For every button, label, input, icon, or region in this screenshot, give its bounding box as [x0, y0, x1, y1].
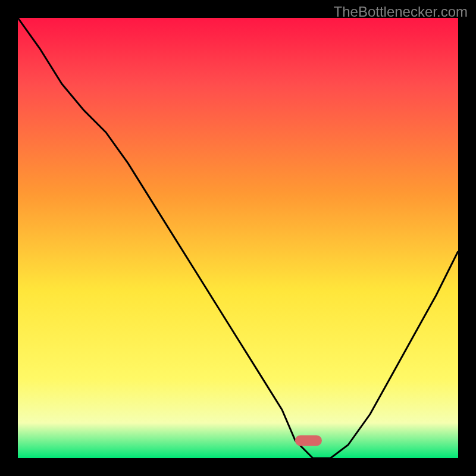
chart-container — [18, 18, 458, 458]
gradient-background — [18, 18, 458, 458]
chart-svg — [18, 18, 458, 458]
optimal-marker — [295, 435, 322, 446]
watermark-text: TheBottlenecker.com — [334, 4, 468, 20]
